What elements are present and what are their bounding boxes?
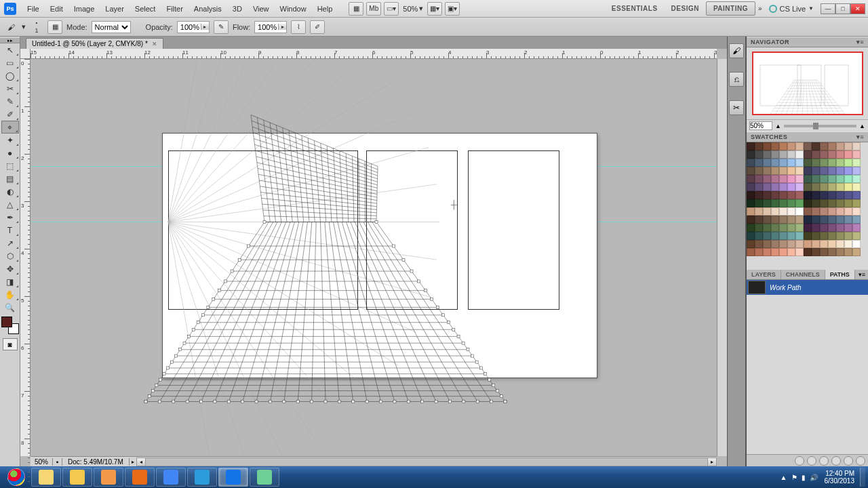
swatch-cell[interactable] (828, 216, 836, 224)
swatch-cell[interactable] (795, 191, 804, 199)
action-center-icon[interactable]: ⚑ (791, 474, 797, 481)
swatch-cell[interactable] (844, 216, 852, 224)
status-docinfo[interactable]: Doc: 5.49M/10.7M (62, 458, 130, 466)
menu-help[interactable]: Help (312, 2, 338, 16)
swatch-cell[interactable] (747, 224, 755, 232)
swatch-cell[interactable] (852, 240, 861, 248)
swatch-cell[interactable] (779, 191, 787, 199)
swatch-cell[interactable] (844, 248, 852, 256)
swatch-cell[interactable] (836, 216, 844, 224)
swatch-cell[interactable] (836, 191, 844, 199)
horizontal-ruler[interactable]: 151413121110987654321012345678910 (31, 49, 717, 59)
swatch-cell[interactable] (795, 175, 804, 183)
maximize-button[interactable]: □ (835, 3, 850, 14)
swatch-cell[interactable] (844, 183, 852, 191)
tab-paths[interactable]: PATHS (825, 270, 855, 279)
swatch-cell[interactable] (787, 150, 795, 159)
swatch-cell[interactable] (820, 191, 828, 199)
swatch-cell[interactable] (844, 175, 852, 183)
swatch-cell[interactable] (763, 175, 771, 183)
tablet-opacity-button[interactable]: ✎ (214, 20, 229, 34)
swatch-cell[interactable] (747, 232, 755, 240)
menu-file[interactable]: File (22, 2, 45, 16)
swatch-cell[interactable] (812, 142, 820, 150)
swatch-cell[interactable] (828, 232, 836, 240)
taskbar-app-explorer[interactable] (31, 468, 61, 487)
swatch-cell[interactable] (804, 240, 812, 248)
swatch-cell[interactable] (804, 216, 812, 224)
vertical-scrollbar[interactable] (717, 59, 727, 456)
tablet-size-button[interactable]: ✐ (310, 20, 325, 34)
swatch-cell[interactable] (787, 216, 795, 224)
swatch-cell[interactable] (755, 216, 763, 224)
brush-panel-button[interactable]: ▦ (47, 20, 62, 34)
volume-icon[interactable]: 🔊 (810, 474, 818, 481)
swatch-cell[interactable] (836, 175, 844, 183)
swatch-cell[interactable] (787, 167, 795, 175)
swatch-cell[interactable] (779, 224, 787, 232)
swatch-cell[interactable] (828, 199, 836, 207)
swatch-cell[interactable] (836, 207, 844, 216)
foreground-color[interactable] (1, 317, 12, 327)
swatch-cell[interactable] (747, 175, 755, 183)
taskbar-app-chrome[interactable] (156, 468, 186, 487)
load-selection-button[interactable] (819, 456, 829, 466)
tab-layers[interactable]: LAYERS (747, 270, 781, 279)
start-button[interactable] (3, 468, 30, 487)
menu-analysis[interactable]: Analysis (189, 2, 227, 16)
swatch-cell[interactable] (755, 240, 763, 248)
swatch-cell[interactable] (820, 150, 828, 159)
swatch-cell[interactable] (820, 142, 828, 150)
hand-tool[interactable]: ✋ (1, 288, 19, 301)
swatch-cell[interactable] (812, 159, 820, 167)
swatch-cell[interactable] (812, 207, 820, 216)
taskbar-app-itunes[interactable] (187, 468, 217, 487)
menu-image[interactable]: Image (68, 2, 100, 16)
taskbar-app-other[interactable] (250, 468, 279, 487)
swatch-cell[interactable] (812, 232, 820, 240)
swatch-cell[interactable] (771, 224, 779, 232)
swatch-cell[interactable] (763, 207, 771, 216)
swatch-cell[interactable] (755, 183, 763, 191)
swatch-cell[interactable] (771, 150, 779, 159)
swatch-cell[interactable] (771, 232, 779, 240)
swatch-cell[interactable] (820, 207, 828, 216)
swatch-cell[interactable] (812, 199, 820, 207)
scroll-left-button[interactable]: ◂ (136, 458, 146, 466)
swatch-cell[interactable] (755, 232, 763, 240)
view-extras-button[interactable]: ▭▾ (384, 2, 399, 16)
swatch-cell[interactable] (779, 175, 787, 183)
workspace-painting[interactable]: PAINTING (706, 1, 755, 16)
swatch-cell[interactable] (844, 199, 852, 207)
lasso-tool[interactable]: ◯ (1, 69, 19, 82)
swatch-cell[interactable] (812, 216, 820, 224)
zoom-out-icon[interactable]: ▲ (775, 123, 781, 129)
swatch-cell[interactable] (747, 150, 755, 159)
menu-layer[interactable]: Layer (100, 2, 130, 16)
move-tool[interactable]: ↖ (1, 43, 19, 56)
swatch-cell[interactable] (795, 183, 804, 191)
swatch-cell[interactable] (852, 232, 861, 240)
swatch-cell[interactable] (779, 199, 787, 207)
swatch-cell[interactable] (771, 207, 779, 216)
tool-presets-icon[interactable]: ✂ (729, 100, 744, 115)
swatch-cell[interactable] (795, 248, 804, 256)
swatch-cell[interactable] (747, 159, 755, 167)
swatch-cell[interactable] (804, 199, 812, 207)
eyedropper-tool[interactable]: ✎ (1, 95, 19, 108)
stamp-tool[interactable]: ✦ (1, 134, 19, 146)
taskbar-app-photoshop[interactable] (218, 468, 248, 487)
swatch-cell[interactable] (852, 175, 861, 183)
shape-tool[interactable]: ⬡ (1, 249, 19, 262)
swatch-cell[interactable] (828, 240, 836, 248)
swatch-cell[interactable] (804, 248, 812, 256)
swatch-cell[interactable] (795, 199, 804, 207)
swatch-cell[interactable] (755, 207, 763, 216)
fill-path-button[interactable] (795, 456, 804, 466)
swatch-cell[interactable] (795, 167, 804, 175)
swatch-cell[interactable] (779, 159, 787, 167)
canvas-viewport[interactable]: ┼ (31, 59, 717, 456)
swatches-header[interactable]: SWATCHES▾≡ (747, 131, 868, 142)
swatch-cell[interactable] (820, 175, 828, 183)
swatch-cell[interactable] (771, 240, 779, 248)
